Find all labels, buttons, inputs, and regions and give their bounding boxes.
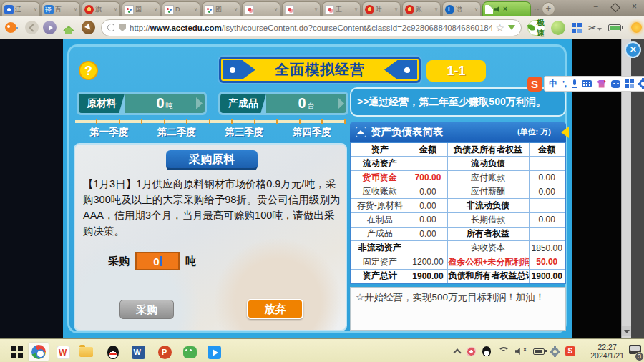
- gear-icon[interactable]: [551, 348, 559, 356]
- skin-icon[interactable]: [597, 80, 606, 88]
- tab-dropdown-icon[interactable]: ∨: [34, 6, 37, 12]
- grid4-icon[interactable]: [625, 79, 634, 88]
- wps-taskbar-button[interactable]: [53, 343, 73, 361]
- overlay-close-icon[interactable]: [625, 41, 641, 58]
- quarter-label[interactable]: 第四季度: [278, 126, 346, 139]
- browser-tab[interactable]: 辽∨: [1, 1, 40, 16]
- gearblue-icon[interactable]: [639, 79, 644, 88]
- keyboard-icon[interactable]: [582, 80, 592, 87]
- minimize-button[interactable]: −: [586, 0, 605, 14]
- browser-tab[interactable]: 百∨: [42, 1, 80, 16]
- quarter-label[interactable]: 第二季度: [143, 126, 211, 139]
- help-button[interactable]: ?: [79, 61, 98, 80]
- table-row: 资产总计1900.00负债和所有者权益总计1900.00: [351, 269, 565, 283]
- battery-saver-icon[interactable]: [608, 24, 621, 31]
- browser-tab[interactable]: D∨: [162, 1, 200, 16]
- mic-icon[interactable]: [572, 79, 577, 88]
- tab-dropdown-icon[interactable]: ∨: [194, 6, 197, 12]
- tab-dropdown-icon[interactable]: ∨: [314, 6, 318, 12]
- refresh-icon[interactable]: [107, 24, 115, 31]
- tab-sound-icon[interactable]: [494, 6, 502, 13]
- explorer-taskbar-button[interactable]: [76, 343, 96, 361]
- extensions-grid-icon[interactable]: [572, 23, 582, 33]
- favorite-star-icon[interactable]: ☆: [495, 23, 504, 33]
- balance-cell: 700.00: [409, 170, 447, 185]
- tab-dropdown-icon[interactable]: ∨: [474, 6, 478, 12]
- tab-dropdown-icon[interactable]: ∨: [354, 6, 358, 12]
- wechat-taskbar-button[interactable]: [180, 343, 200, 361]
- tab-dropdown-icon[interactable]: ∨: [394, 6, 398, 12]
- browser-tab[interactable]: 谱∨: [442, 1, 481, 16]
- photo-tab-icon: [205, 5, 214, 14]
- active-tab[interactable]: ×: [482, 1, 531, 16]
- tab-dropdown-icon[interactable]: ∨: [74, 6, 77, 12]
- taskbar-clock[interactable]: 22:27 2024/1/21: [590, 343, 624, 360]
- tab-dropdown-icon[interactable]: ∨: [274, 6, 278, 12]
- browser-tab[interactable]: 图∨: [202, 1, 240, 16]
- user-avatar[interactable]: [551, 21, 565, 35]
- purchase-unit-label: 吨: [185, 255, 196, 268]
- abandon-button[interactable]: 放弃: [247, 299, 303, 319]
- tab-dropdown-icon[interactable]: ∨: [234, 6, 238, 12]
- back-icon[interactable]: [25, 21, 39, 34]
- ppt-taskbar-button[interactable]: [155, 343, 175, 361]
- language-mode-icon[interactable]: 中: [549, 78, 557, 90]
- table-row: 固定资产1200.00盈余公积+未分配利润50.00: [351, 255, 565, 270]
- sogou-logo-icon[interactable]: [527, 77, 542, 92]
- tab-dropdown-icon[interactable]: ∨: [114, 6, 117, 12]
- quantity-input[interactable]: 0: [135, 252, 180, 270]
- balance-cell: 非流动资产: [351, 241, 409, 255]
- balance-sheet-header: 资产负债表简表 (单位: 万): [350, 122, 566, 142]
- word-taskbar-button[interactable]: [128, 343, 148, 361]
- home-icon[interactable]: [62, 22, 75, 34]
- robot-icon[interactable]: [611, 80, 620, 88]
- address-bar[interactable]: http://www.acctedu.com/lsyth/courseConte…: [101, 19, 522, 36]
- punctuation-mode-icon[interactable]: ’,: [562, 79, 567, 88]
- brightness-icon[interactable]: [631, 22, 642, 33]
- notification-badge: 3: [635, 352, 644, 361]
- qq-taskbar-button[interactable]: [103, 343, 123, 361]
- scissors-dropdown-icon[interactable]: [597, 28, 602, 33]
- purchase-input-row: 采购 0 吨: [108, 252, 196, 270]
- collapse-arrow-icon[interactable]: [555, 127, 569, 138]
- sogou-tray-icon[interactable]: [565, 346, 575, 356]
- tab-dropdown-icon[interactable]: ∨: [154, 6, 157, 12]
- flower-tray-icon[interactable]: [467, 347, 476, 356]
- balance-cell: 1900.00: [529, 269, 565, 283]
- clock-date: 2024/1/21: [590, 351, 624, 360]
- chevron-up-icon[interactable]: [453, 348, 461, 356]
- quarter-label[interactable]: 第三季度: [210, 126, 278, 139]
- start-taskbar-button[interactable]: [7, 343, 27, 361]
- browser-tab[interactable]: ∨: [282, 1, 321, 16]
- browser-tab[interactable]: 旗∨: [82, 1, 120, 16]
- flower-tab-icon: [245, 5, 254, 14]
- restore-button[interactable]: [605, 0, 625, 14]
- volume-muted-icon[interactable]: [515, 347, 527, 356]
- url-text[interactable]: http://www.acctedu.com/lsyth/courseConte…: [130, 24, 492, 32]
- screenshot-scissors-icon[interactable]: ✂: [588, 22, 597, 34]
- photo-tab-icon: [165, 5, 174, 14]
- new-tab-button[interactable]: +: [542, 2, 555, 16]
- browser-tab[interactable]: 国∨: [122, 1, 160, 16]
- qq-tray-icon[interactable]: [482, 346, 491, 356]
- quarter-label[interactable]: 第一季度: [75, 126, 143, 139]
- browser-tab[interactable]: ∨: [242, 1, 280, 16]
- close-window-button[interactable]: ×: [625, 0, 644, 14]
- browser-tab[interactable]: 账∨: [402, 1, 441, 16]
- browser-logo-icon[interactable]: [5, 22, 21, 33]
- forward-icon[interactable]: [43, 21, 57, 34]
- browser-tab[interactable]: 叶∨: [362, 1, 401, 16]
- speed-mode-button[interactable]: 极速: [527, 20, 545, 36]
- dropdown-icon[interactable]: [508, 25, 515, 34]
- battery-icon[interactable]: [533, 348, 545, 355]
- video-taskbar-button[interactable]: [204, 343, 224, 361]
- stat-number: 0: [298, 95, 306, 112]
- wifi-icon[interactable]: [497, 347, 509, 356]
- browser-taskbar-button[interactable]: [29, 343, 49, 361]
- scrollbar-down-button[interactable]: [622, 326, 632, 336]
- tab-dropdown-icon[interactable]: ∨: [434, 6, 438, 12]
- cursor-badge-icon[interactable]: [82, 21, 95, 34]
- tab-close-icon[interactable]: ×: [503, 6, 507, 13]
- buy-button[interactable]: 采购: [119, 300, 174, 319]
- browser-tab[interactable]: 王∨: [322, 1, 361, 16]
